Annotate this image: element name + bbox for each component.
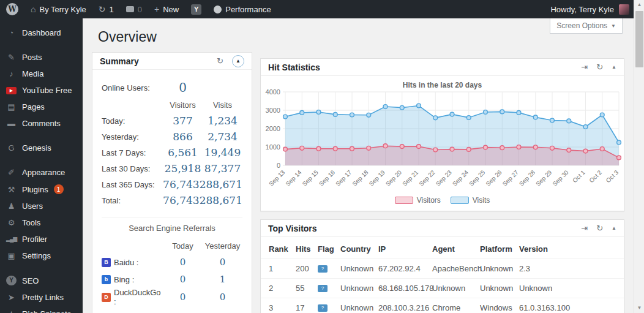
profiler-icon: ▂▄▆ <box>6 236 17 242</box>
table-row[interactable]: 317?Unknown208.100.3.216ChromeWindows61.… <box>261 298 624 313</box>
x-tick-label: Sep 18 <box>351 168 369 187</box>
table-header-row: RankHitsFlagCountryIPAgentPlatformVersio… <box>261 239 624 258</box>
sidebar-item-dashboard[interactable]: ◔Dashboard <box>0 25 83 41</box>
scrollbar-thumb[interactable] <box>635 11 643 67</box>
sidebar-item-pretty-links[interactable]: ➤Pretty Links <box>0 289 83 306</box>
unknown-flag-icon: ? <box>318 304 328 312</box>
referral-yesterday-value: 0 <box>203 257 242 268</box>
sidebar-item-label: Plugins <box>22 185 48 194</box>
online-users-label: Online Users: <box>102 83 163 92</box>
sidebar-item-seo[interactable]: YSEO <box>0 272 83 289</box>
performance-menu[interactable]: Performance <box>208 0 277 18</box>
sidebar-item-label: Profiler <box>22 235 47 244</box>
legend-item-visits: Visits <box>451 196 490 205</box>
sidebar-item-genesis[interactable]: GGenesis <box>0 140 83 156</box>
x-tick-label: Sep 19 <box>368 168 386 187</box>
updates-count: 1 <box>110 5 114 14</box>
sidebar-item-rich-snippets[interactable]: ★Rich Snippets <box>0 306 83 313</box>
referrals-title: Search Engine Referrals <box>102 224 242 233</box>
sidebar-item-comments[interactable]: ▬Comments <box>0 115 83 132</box>
scroll-up-arrow-icon[interactable]: ▲ <box>634 0 644 10</box>
comments-link[interactable]: 0 <box>120 0 148 18</box>
data-point <box>466 148 471 152</box>
data-point <box>600 147 604 151</box>
site-link[interactable]: ⌂ By Terry Kyle <box>24 0 92 18</box>
sidebar-item-appearance[interactable]: ✐Appearance <box>0 164 83 181</box>
online-users-row: Online Users:0 <box>102 80 242 96</box>
visitors-value: 25,918 <box>163 162 203 175</box>
sidebar-item-plugins[interactable]: ⚒Plugins1 <box>0 181 83 198</box>
refresh-icon[interactable]: ↻ <box>217 57 223 65</box>
summary-row-label: Today: <box>102 116 163 126</box>
visits-value: 1,234 <box>203 115 242 127</box>
x-tick-label: Sep 23 <box>435 168 453 187</box>
data-point <box>350 113 354 117</box>
export-icon[interactable]: ⇥ <box>581 224 588 232</box>
cell-version: Unknown <box>519 284 624 293</box>
table-row[interactable]: 255?Unknown68.168.105.178UnknownUnknownU… <box>261 278 624 298</box>
x-tick-label: Sep 26 <box>484 168 503 187</box>
wordpress-menu[interactable]: W <box>0 0 24 18</box>
pushpin-icon: ✎ <box>6 53 17 61</box>
data-point <box>533 115 537 119</box>
x-tick-label: Sep 16 <box>318 168 336 187</box>
summary-row: Today:3771,234 <box>102 113 242 129</box>
summary-row: Last 365 Days:76,743288,671 <box>102 176 242 192</box>
export-icon[interactable]: ⇥ <box>581 63 588 71</box>
summary-column-header: Visitors <box>163 100 203 110</box>
referral-label: bBing : <box>102 275 163 284</box>
sidebar-item-users[interactable]: ♟Users <box>0 198 83 214</box>
y-tick-label: 0 <box>277 162 280 169</box>
screen-options-label: Screen Options <box>556 21 607 30</box>
legend-swatch-icon <box>395 197 413 204</box>
youtube-icon: ▶ <box>6 87 17 94</box>
data-point <box>466 116 471 120</box>
refresh-icon[interactable]: ↻ <box>596 63 603 71</box>
cell-agent: ApacheBench <box>432 264 480 273</box>
data-point <box>550 146 555 150</box>
new-content-menu[interactable]: + New <box>148 0 185 18</box>
collapse-button[interactable]: ▲ <box>232 55 244 67</box>
screen-options-button[interactable]: Screen Options ▼ <box>550 18 623 34</box>
scroll-down-arrow-icon[interactable]: ▼ <box>634 303 644 313</box>
sidebar-item-pages[interactable]: ▤Pages <box>0 99 83 115</box>
update-count-badge: 1 <box>54 184 64 194</box>
data-point <box>450 147 454 151</box>
referral-label: BBaidu : <box>102 258 163 267</box>
avatar[interactable] <box>619 4 629 15</box>
sidebar-menu: ◔Dashboard✎Posts♪Media▶YouTube Free▤Page… <box>0 25 83 313</box>
collapse-icon[interactable]: ▲ <box>612 226 616 231</box>
data-point <box>450 112 454 116</box>
vertical-scrollbar[interactable]: ▲ ▼ <box>634 0 644 313</box>
yoast-seo-menu[interactable]: Y <box>185 0 208 18</box>
sidebar-item-label: Genesis <box>22 143 51 153</box>
sidebar-item-label: YouTube Free <box>22 86 72 95</box>
data-point <box>517 111 521 115</box>
admin-sidebar: ◔Dashboard✎Posts♪Media▶YouTube Free▤Page… <box>0 18 83 313</box>
howdy-account-link[interactable]: Howdy, Terry Kyle <box>550 5 614 14</box>
updates-link[interactable]: ↻ 1 <box>92 0 120 18</box>
refresh-icon[interactable]: ↻ <box>596 224 603 232</box>
table-row[interactable]: 1200?Unknown67.202.92.4ApacheBenchUnknow… <box>261 258 624 278</box>
sidebar-item-settings[interactable]: ▣Settings <box>0 247 83 264</box>
sidebar-item-tools[interactable]: ⚙Tools <box>0 214 83 231</box>
cell-country: Unknown <box>340 264 378 273</box>
cell-hits: 55 <box>296 284 318 293</box>
sidebar-item-media[interactable]: ♪Media <box>0 66 83 82</box>
sidebar-item-posts[interactable]: ✎Posts <box>0 49 83 66</box>
column-header: Flag <box>318 244 340 254</box>
data-point <box>367 146 371 150</box>
data-point <box>500 146 504 150</box>
data-point <box>333 146 337 151</box>
data-point <box>617 140 621 145</box>
sidebar-item-youtube-free[interactable]: ▶YouTube Free <box>0 82 83 99</box>
rich-snippets-icon: ★ <box>6 310 17 313</box>
collapse-icon[interactable]: ▲ <box>612 65 616 70</box>
data-point <box>417 145 421 149</box>
x-tick-label: Oct 1 <box>571 168 586 184</box>
data-point <box>583 125 588 129</box>
online-users-value: 0 <box>163 80 203 95</box>
sidebar-item-profiler[interactable]: ▂▄▆Profiler <box>0 231 83 247</box>
home-icon: ⌂ <box>31 5 36 13</box>
plugin-icon: ⚒ <box>6 186 17 194</box>
